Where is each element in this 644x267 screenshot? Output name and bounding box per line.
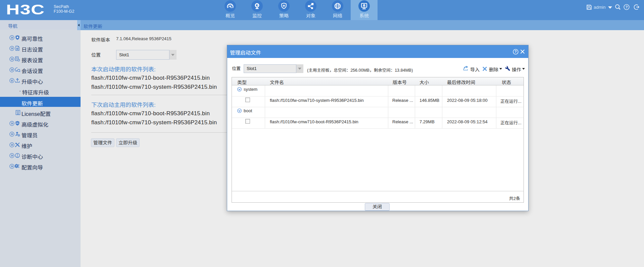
- svg-text:?: ?: [626, 5, 628, 9]
- svg-text:?: ?: [514, 50, 516, 54]
